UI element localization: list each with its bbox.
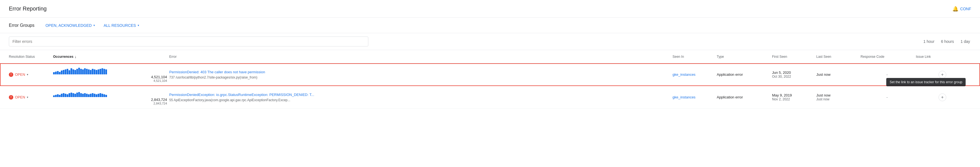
first-seen-main: Jun 5, 2020 — [772, 70, 814, 75]
th-type: Type — [717, 55, 772, 59]
bar — [94, 69, 95, 75]
occurrence-bars — [53, 89, 167, 97]
bar — [67, 69, 68, 75]
bar — [63, 93, 64, 97]
bar — [65, 94, 66, 97]
error-table: Resolution Status Occurrences ↓ Error Se… — [0, 50, 980, 109]
bar — [59, 95, 60, 97]
status-dot: ! — [9, 95, 13, 100]
status-filter-label: OPEN, ACKNOWLEDGED — [45, 23, 92, 28]
bar — [61, 70, 62, 75]
th-last-seen: Last Seen — [816, 55, 861, 59]
error-cell: PermissionDenied: 403 The caller does no… — [169, 66, 673, 83]
th-seen-in: Seen In — [673, 55, 717, 59]
resource-filter-label: ALL RESOURCES — [104, 23, 136, 28]
first-seen-cell: Jun 5, 2020 Oct 30, 2022 — [772, 67, 816, 82]
bar — [92, 93, 94, 97]
error-groups-title: Error Groups — [9, 23, 34, 28]
bar — [102, 68, 103, 75]
bar — [63, 70, 64, 75]
bar — [57, 71, 59, 75]
bar — [95, 70, 97, 75]
occurrences-label: Occurrences — [53, 55, 73, 59]
bar — [78, 92, 80, 97]
first-seen-sub: Oct 30, 2022 — [772, 75, 814, 78]
type-value: Application error — [717, 95, 770, 99]
error-cell: PermissionDeniedException: io.grpc.Statu… — [169, 89, 673, 105]
bar — [75, 94, 76, 97]
seen-in-cell: gke_instances — [673, 69, 717, 80]
bar — [90, 94, 92, 97]
app-title: Error Reporting — [9, 6, 47, 12]
table-row: ! OPEN ▾ — [0, 63, 980, 86]
bar — [68, 70, 70, 75]
bar — [82, 69, 84, 75]
issue-link-cell: + — [916, 90, 971, 105]
bar — [57, 94, 59, 97]
conf-button[interactable]: 🔔 CONF — [952, 6, 971, 12]
bar — [102, 94, 103, 97]
bar — [100, 93, 101, 97]
chevron-down-icon-2: ▾ — [138, 24, 139, 27]
top-header: Error Reporting 🔔 CONF — [0, 0, 980, 18]
status-badge: ! OPEN ▾ — [9, 95, 51, 100]
bar — [105, 95, 107, 97]
th-first-seen: First Seen — [772, 55, 816, 59]
bar — [53, 72, 55, 75]
last-seen-value: Just now — [816, 93, 858, 97]
sub-header: Error Groups OPEN, ACKNOWLEDGED ▾ ALL RE… — [0, 18, 980, 33]
table-row: ! OPEN ▾ — [0, 86, 980, 109]
resource-filter-dropdown[interactable]: ALL RESOURCES ▾ — [102, 22, 141, 29]
bar — [72, 93, 74, 97]
status-filter-dropdown[interactable]: OPEN, ACKNOWLEDGED ▾ — [43, 22, 97, 29]
time-1day-button[interactable]: 1 day — [959, 38, 971, 45]
type-cell: Application error — [717, 69, 772, 80]
seen-in-link[interactable]: gke_instances — [673, 72, 714, 76]
th-error: Error — [169, 55, 673, 59]
bell-icon: 🔔 — [952, 6, 958, 12]
last-seen-value: Just now — [816, 72, 858, 76]
bar — [90, 70, 92, 75]
status-dropdown-icon[interactable]: ▾ — [27, 95, 28, 99]
seen-in-link[interactable]: gke_instances — [673, 95, 714, 99]
status-badge: ! OPEN ▾ — [9, 72, 51, 77]
bar — [70, 68, 72, 75]
response-code-value: - — [886, 95, 888, 99]
th-resolution-status: Resolution Status — [9, 55, 53, 59]
type-cell: Application error — [717, 92, 772, 103]
bar — [86, 69, 88, 75]
last-seen-cell: Just now — [816, 69, 861, 80]
error-sub: 55 ApiExceptionFactory.java(com.google.a… — [169, 98, 670, 102]
error-link[interactable]: PermissionDenied: 403 The caller does no… — [169, 70, 670, 75]
bar — [94, 94, 95, 97]
first-seen-sub: Nov 2, 2022 — [772, 97, 814, 101]
bar — [84, 93, 86, 97]
bar — [95, 94, 97, 97]
bar — [82, 94, 84, 97]
status-label: OPEN — [15, 72, 25, 76]
bar — [61, 94, 62, 97]
bar — [75, 70, 76, 75]
status-dropdown-icon[interactable]: ▾ — [27, 73, 28, 76]
bar — [100, 69, 101, 75]
error-link[interactable]: PermissionDeniedException: io.grpc.Statu… — [169, 92, 670, 97]
add-issue-link-button[interactable]: + — [939, 71, 946, 78]
bar — [59, 72, 60, 75]
error-sub: 737 /usr/local/lib/python2.7/site-packag… — [169, 75, 670, 80]
bar — [103, 69, 105, 75]
bar — [103, 94, 105, 97]
type-value: Application error — [717, 72, 770, 76]
status-label: OPEN — [15, 95, 25, 99]
bar — [98, 69, 99, 75]
time-1hour-button[interactable]: 1 hour — [922, 38, 935, 45]
filter-errors-input[interactable] — [9, 37, 368, 46]
bar — [84, 68, 86, 75]
th-occurrences[interactable]: Occurrences ↓ — [53, 54, 169, 59]
time-button-group: 1 hour 6 hours 1 day — [922, 38, 971, 45]
status-dot: ! — [9, 72, 13, 77]
conf-label: CONF — [960, 6, 971, 11]
add-issue-link-button[interactable]: + — [939, 94, 946, 101]
occurrence-main-value: 4,521,104 — [151, 75, 167, 79]
time-6hours-button[interactable]: 6 hours — [940, 38, 955, 45]
response-code-value: - — [886, 72, 888, 76]
